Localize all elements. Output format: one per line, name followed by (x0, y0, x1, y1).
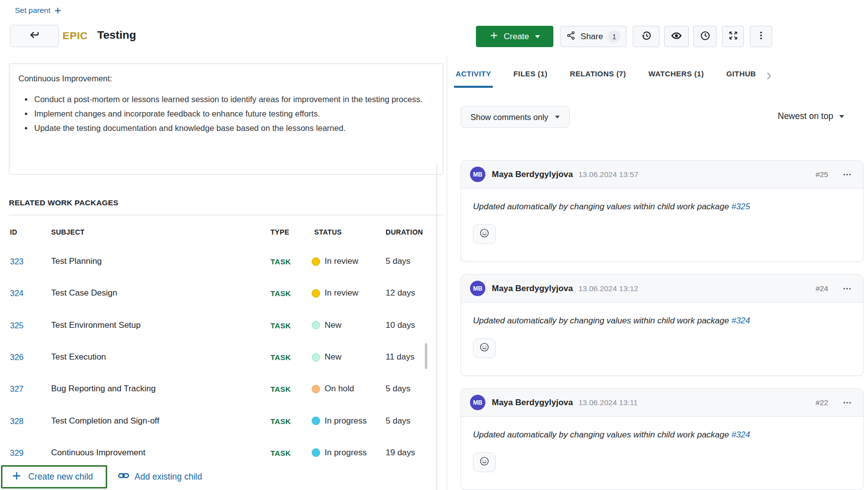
plus-icon (54, 6, 62, 15)
add-reaction-button[interactable] (473, 452, 496, 472)
add-reaction-button[interactable] (473, 224, 496, 244)
table-row[interactable]: 328 Test Completion and Sign-off TASK In… (9, 405, 443, 436)
comment-body: Updated automatically by changing values… (461, 417, 863, 472)
create-new-child-label: Create new child (28, 472, 93, 482)
comment-header: MB Maya Berdygylyjova 13.06.2024 13:11 #… (461, 389, 863, 417)
work-package-link[interactable]: #325 (732, 202, 750, 211)
comment-author[interactable]: Maya Berdygylyjova (492, 284, 573, 294)
watch-icon (670, 30, 682, 44)
comment-menu-icon[interactable] (842, 284, 852, 294)
panel-divider (447, 56, 447, 490)
work-package-id-link[interactable]: 323 (10, 257, 24, 266)
description-intro: Continuous Improvement: (18, 71, 434, 86)
avatar[interactable]: MB (470, 167, 485, 182)
comment-number-link[interactable]: #24 (815, 284, 828, 293)
table-rows: 323 Test Planning TASK In review 5 days … (9, 245, 443, 469)
comment-menu-icon[interactable] (842, 398, 852, 408)
tab[interactable]: RELATIONS (7) (570, 69, 626, 79)
work-package-id-link[interactable]: 328 (10, 416, 24, 426)
status-dot-icon (312, 289, 320, 298)
set-parent-label: Set parent (15, 6, 51, 15)
description-bullet: Update the testing documentation and kno… (33, 121, 434, 135)
work-package-subject: Continuous Improvement (51, 448, 145, 458)
fullscreen-icon (728, 30, 738, 43)
share-icon (566, 31, 576, 43)
tab[interactable]: GITHUB (726, 69, 756, 79)
create-button[interactable]: Create (476, 26, 553, 47)
status-dot-icon (312, 385, 320, 393)
create-new-child-button[interactable]: Create new child (1, 465, 107, 489)
work-package-link[interactable]: #324 (732, 430, 750, 439)
back-arrow-icon (29, 29, 40, 43)
smiley-icon (479, 456, 490, 469)
table-row[interactable]: 327 Bug Reporting and Tracking TASK On h… (9, 373, 443, 405)
work-package-id-link[interactable]: 324 (10, 289, 24, 298)
left-panel-scrollbar-thumb[interactable] (425, 343, 427, 369)
tab[interactable]: WATCHERS (1) (648, 69, 704, 79)
comment-body: Updated automatically by changing values… (461, 303, 863, 358)
work-package-id-link[interactable]: 329 (10, 448, 24, 457)
table-row[interactable]: 326 Test Execution TASK New 11 days (9, 341, 443, 373)
related-work-packages-heading: RELATED WORK PACKAGES (9, 198, 119, 207)
status-label: In progress (325, 416, 367, 426)
work-package-type-label: TASK (270, 289, 291, 298)
tab[interactable]: FILES (1) (514, 69, 548, 79)
table-row[interactable]: 323 Test Planning TASK In review 5 days (9, 245, 443, 277)
table-row[interactable]: 324 Test Case Design TASK In review 12 d… (9, 277, 443, 309)
work-package-id-link[interactable]: 326 (10, 353, 24, 362)
avatar[interactable]: MB (470, 281, 485, 296)
smiley-icon (479, 228, 490, 241)
table-row[interactable]: 325 Test Environment Setup TASK New 10 d… (9, 309, 443, 341)
comment-text-content: Updated automatically by changing values… (473, 430, 729, 439)
avatar[interactable]: MB (470, 395, 485, 410)
sort-order-label: Newest on top (778, 111, 833, 122)
time-button[interactable] (693, 26, 717, 47)
work-package-type[interactable]: EPIC (63, 30, 88, 42)
sort-order-dropdown[interactable]: Newest on top (778, 111, 844, 122)
comment-text-content: Updated automatically by changing values… (473, 202, 729, 211)
comment-card: MB Maya Berdygylyjova 13.06.2024 13:12 #… (461, 274, 864, 376)
comment-text: Updated automatically by changing values… (473, 202, 851, 212)
share-count-badge: 1 (608, 30, 620, 43)
description-field[interactable]: Continuous Improvement: Conduct a post-m… (9, 63, 443, 175)
watch-button[interactable] (664, 26, 689, 47)
work-package-type-label: TASK (270, 353, 291, 362)
work-package-duration: 10 days (386, 320, 415, 330)
status-label: On hold (325, 384, 354, 394)
comment-author[interactable]: Maya Berdygylyjova (492, 170, 573, 180)
comment-number-link[interactable]: #25 (815, 170, 828, 179)
tab[interactable]: ACTIVITY (456, 69, 491, 79)
table-row[interactable]: 329 Continuous Improvement TASK In progr… (9, 437, 443, 469)
work-package-id-link[interactable]: 325 (10, 320, 24, 330)
history-button[interactable] (633, 26, 660, 47)
back-button[interactable] (10, 25, 59, 47)
more-actions-button[interactable] (750, 26, 772, 47)
column-header-duration: DURATION (386, 228, 423, 236)
comment-text: Updated automatically by changing values… (473, 430, 851, 440)
page-title[interactable]: Testing (97, 29, 136, 42)
work-package-id-link[interactable]: 327 (10, 384, 24, 394)
comments-filter-dropdown[interactable]: Show comments only (461, 106, 570, 128)
work-package-duration: 5 days (386, 384, 410, 394)
share-button[interactable]: Share 1 (560, 26, 626, 47)
work-package-subject: Test Completion and Sign-off (51, 416, 159, 426)
status-label: New (325, 352, 341, 362)
work-package-subject: Test Case Design (51, 288, 117, 298)
work-package-subject: Test Planning (51, 256, 102, 266)
status-label: In review (325, 288, 358, 298)
comment-author[interactable]: Maya Berdygylyjova (492, 398, 573, 408)
comment-menu-icon[interactable] (842, 170, 852, 180)
work-package-status: In progress (312, 416, 367, 426)
status-dot-icon (312, 448, 320, 457)
share-button-label: Share (581, 32, 603, 42)
comment-header: MB Maya Berdygylyjova 13.06.2024 13:57 #… (461, 161, 863, 188)
work-package-link[interactable]: #324 (732, 316, 750, 325)
comment-number-link[interactable]: #22 (815, 398, 828, 407)
section-divider (9, 215, 443, 215)
fullscreen-button[interactable] (722, 26, 744, 47)
tabs-overflow-chevron-icon[interactable] (764, 71, 774, 81)
set-parent-link[interactable]: Set parent (15, 6, 62, 15)
status-dot-icon (312, 257, 320, 266)
add-reaction-button[interactable] (473, 338, 496, 358)
add-existing-child-button[interactable]: Add existing child (118, 465, 202, 489)
